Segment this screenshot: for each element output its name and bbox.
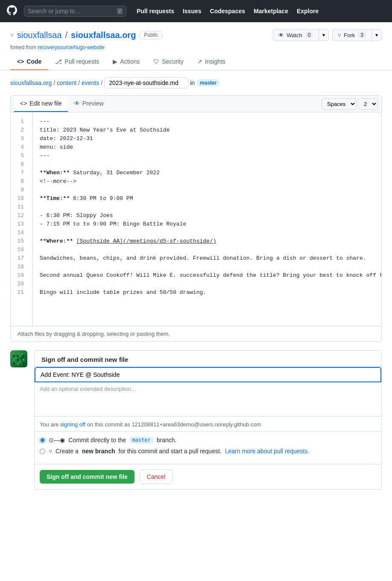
commit-branch-icon: ⊙—◉ — [49, 437, 65, 443]
watch-label: Watch — [287, 32, 302, 38]
github-logo[interactable] — [7, 5, 17, 18]
svg-rect-14 — [23, 359, 25, 361]
commit-new-branch-radio[interactable] — [40, 449, 45, 454]
line-numbers: 1 2 3 4 5 6 7 8 9 10 11 12 13 14 15 16 1… — [11, 112, 33, 326]
svg-rect-9 — [15, 357, 17, 359]
editor-tabs: <> Edit new file 👁 Preview Spaces Tabs 2… — [11, 96, 381, 112]
editor-body: 1 2 3 4 5 6 7 8 9 10 11 12 13 14 15 16 1… — [11, 112, 381, 326]
watch-caret-button[interactable]: ▾ — [319, 29, 329, 41]
commit-section: Sign off and commit new file You are sig… — [10, 350, 382, 490]
tab-security[interactable]: 🛡 Security — [146, 54, 190, 70]
marketplace-nav-link[interactable]: Marketplace — [254, 8, 288, 15]
commit-description-input[interactable] — [35, 382, 381, 417]
watch-button[interactable]: 👁 Watch 0 — [273, 29, 319, 41]
indent-mode-select[interactable]: Spaces Tabs — [322, 98, 357, 110]
user-avatar — [10, 350, 27, 367]
svg-rect-20 — [23, 363, 25, 365]
search-slash-icon: / — [117, 8, 123, 14]
svg-rect-10 — [19, 357, 21, 359]
actions-icon: ▶ — [113, 58, 117, 65]
editor-text-area[interactable]: --- title: 2023 New Year's Eve at Souths… — [33, 112, 381, 326]
commit-title-input[interactable] — [35, 367, 381, 382]
commit-signing-info: You are signing off on this commit as 12… — [35, 418, 381, 431]
svg-rect-5 — [13, 355, 15, 357]
svg-rect-6 — [17, 355, 19, 357]
cancel-button[interactable]: Cancel — [140, 469, 173, 484]
svg-rect-7 — [19, 355, 21, 357]
breadcrumb-root-link[interactable]: siouxfallsaa.org — [10, 79, 52, 86]
repo-name-link[interactable]: siouxfallsaa.org — [71, 30, 136, 40]
repo-owner-link[interactable]: siouxfallsaa — [17, 30, 62, 40]
commit-options: ⊙—◉ Commit directly to the master branch… — [35, 431, 381, 464]
svg-rect-1 — [15, 353, 17, 355]
tab-actions[interactable]: ▶ Actions — [106, 54, 146, 70]
commit-direct-option[interactable]: ⊙—◉ Commit directly to the master branch… — [40, 437, 376, 443]
svg-rect-18 — [17, 363, 19, 365]
fork-button[interactable]: ⑂ Fork 3 — [332, 29, 372, 41]
codespaces-nav-link[interactable]: Codespaces — [210, 8, 245, 15]
repo-header: ⑂ siouxfallsaa / siouxfallsaa.org Public… — [0, 22, 392, 70]
branch-badge: master — [196, 79, 220, 87]
top-navigation: / Pull requests Issues Codespaces Market… — [0, 0, 392, 22]
signing-off-link[interactable]: signing off — [60, 421, 85, 428]
breadcrumb: siouxfallsaa.org / content / events / in… — [0, 70, 392, 95]
code-icon: <> — [17, 58, 24, 65]
preview-icon: 👁 — [74, 100, 80, 107]
svg-rect-12 — [13, 359, 15, 361]
tab-edit[interactable]: <> Edit new file — [14, 96, 68, 112]
tab-code[interactable]: <> Code — [10, 54, 48, 70]
insights-icon: ↗ — [197, 58, 202, 65]
fork-label: Fork — [344, 32, 355, 38]
breadcrumb-events-link[interactable]: events — [82, 79, 99, 86]
pr-icon: ⎇ — [55, 58, 62, 65]
commit-button[interactable]: Sign off and commit new file — [40, 470, 135, 484]
master-branch-badge: master — [129, 437, 153, 443]
svg-rect-13 — [17, 359, 19, 361]
svg-rect-15 — [15, 361, 17, 363]
commit-actions: Sign off and commit new file Cancel — [35, 464, 381, 489]
commit-new-branch-option[interactable]: ⑂ Create a new branch for this commit an… — [40, 448, 376, 455]
shield-icon: 🛡 — [153, 58, 159, 65]
attach-files-bar: Attach files by dragging & dropping, sel… — [11, 326, 381, 341]
commit-direct-radio[interactable] — [40, 437, 45, 443]
indent-size-select[interactable]: 2 4 8 — [358, 98, 378, 110]
repo-tabs: <> Code ⎇ Pull requests ▶ Actions 🛡 Secu… — [10, 54, 382, 70]
watch-group: 👁 Watch 0 ▾ — [273, 29, 329, 41]
new-branch-icon: ⑂ — [49, 448, 52, 455]
svg-rect-3 — [21, 353, 23, 355]
svg-rect-4 — [23, 353, 25, 355]
topnav-links: Pull requests Issues Codespaces Marketpl… — [137, 8, 319, 15]
repo-fork-icon: ⑂ — [10, 32, 14, 38]
edit-icon: <> — [20, 100, 27, 107]
commit-form: Sign off and commit new file You are sig… — [34, 350, 382, 490]
search-box[interactable]: / — [24, 6, 126, 17]
in-label: in — [190, 79, 195, 86]
fork-source-link[interactable]: recoverysource/hugo-website — [38, 44, 105, 50]
eye-icon: 👁 — [278, 32, 284, 38]
issues-nav-link[interactable]: Issues — [183, 8, 202, 15]
tab-insights[interactable]: ↗ Insights — [190, 54, 232, 70]
explore-nav-link[interactable]: Explore — [297, 8, 319, 15]
visibility-badge: Public — [139, 31, 163, 39]
breadcrumb-content-link[interactable]: content — [57, 79, 76, 86]
pull-requests-nav-link[interactable]: Pull requests — [137, 8, 174, 15]
commit-section-title: Sign off and commit new file — [35, 351, 381, 367]
svg-rect-8 — [23, 355, 25, 357]
fork-caret-button[interactable]: ▾ — [372, 29, 382, 41]
svg-rect-17 — [13, 363, 15, 365]
filename-input[interactable] — [104, 77, 188, 88]
svg-rect-2 — [17, 353, 19, 355]
svg-rect-0 — [13, 353, 15, 355]
fork-count: 3 — [357, 32, 366, 38]
tab-preview[interactable]: 👁 Preview — [68, 96, 110, 112]
learn-more-link[interactable]: Learn more about pull requests. — [225, 448, 310, 455]
fork-group: ⑂ Fork 3 ▾ — [332, 29, 382, 41]
tab-pull-requests[interactable]: ⎇ Pull requests — [48, 54, 106, 70]
svg-rect-11 — [21, 357, 23, 359]
forked-from: forked from recoverysource/hugo-website — [10, 44, 382, 50]
svg-rect-19 — [21, 363, 23, 365]
editor-container: <> Edit new file 👁 Preview Spaces Tabs 2… — [10, 95, 382, 342]
search-input[interactable] — [28, 8, 114, 15]
watch-count: 0 — [305, 32, 314, 38]
repo-actions: 👁 Watch 0 ▾ ⑂ Fork 3 ▾ — [273, 29, 382, 41]
